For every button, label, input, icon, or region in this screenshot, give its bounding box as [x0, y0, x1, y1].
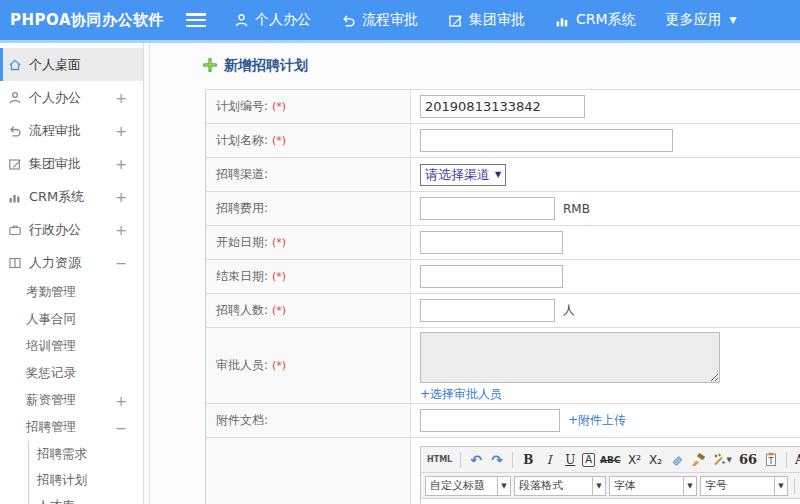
start-date-input[interactable]: [420, 231, 563, 254]
required-mark: (*): [272, 236, 286, 249]
font-color-button[interactable]: A▼: [793, 450, 800, 470]
caret-down-icon[interactable]: ▼: [774, 477, 787, 495]
nav-workflow-approval[interactable]: 流程审批: [341, 11, 418, 29]
plan-name-input[interactable]: [420, 129, 673, 152]
sidebar-item-recruit-plan[interactable]: 招聘计划: [29, 467, 143, 493]
field-label: 计划编号:: [216, 98, 268, 115]
expand-toggle[interactable]: +: [115, 156, 127, 172]
font-size-combo[interactable]: 字号 ▼: [700, 476, 788, 496]
attachment-input[interactable]: [420, 409, 560, 432]
plan-number-input[interactable]: [420, 95, 585, 118]
sidebar-item-reward-punishment[interactable]: 奖惩记录: [0, 360, 143, 387]
recruit-plan-form: 计划编号: (*) 计划名称: (*): [205, 89, 800, 504]
channel-select[interactable]: 请选择渠道 ▼: [420, 164, 506, 186]
flow-undo-icon: [341, 13, 356, 28]
sidebar-item-hr-contract[interactable]: 人事合同: [0, 306, 143, 333]
html-source-button[interactable]: HTML: [425, 450, 454, 470]
sidebar-item-attendance[interactable]: 考勤管理: [0, 279, 143, 306]
expand-toggle[interactable]: +: [115, 393, 127, 409]
expand-toggle[interactable]: +: [115, 123, 127, 139]
combo-value: 字号: [701, 478, 774, 493]
sidebar-divider: [143, 43, 150, 504]
caret-down-icon[interactable]: ▼: [497, 477, 510, 495]
redo-button[interactable]: ↷: [488, 450, 506, 470]
field-label: 招聘人数:: [216, 302, 268, 319]
sidebar-item-hr[interactable]: 人力资源 −: [0, 246, 143, 279]
sidebar-item-admin-office[interactable]: 行政办公 +: [0, 213, 143, 246]
brush-button[interactable]: [689, 450, 707, 470]
rich-text-editor: HTML ↶ ↷ B I U A ABC X²: [420, 446, 800, 504]
expand-toggle[interactable]: +: [115, 189, 127, 205]
end-date-input[interactable]: [420, 265, 563, 288]
undo-button[interactable]: ↶: [467, 450, 485, 470]
subscript-button[interactable]: X₂: [647, 450, 665, 470]
sidebar-item-label: CRM系统: [29, 188, 84, 206]
sidebar-item-group-approval[interactable]: 集团审批 +: [0, 147, 143, 180]
format-paint-button[interactable]: ▼: [710, 450, 734, 470]
sidebar-item-crm-system[interactable]: CRM系统 +: [0, 180, 143, 213]
caret-down-icon[interactable]: ▼: [592, 477, 605, 495]
sidebar-item-recruit-demand[interactable]: 招聘需求: [29, 441, 143, 467]
sidebar-item-label: 个人桌面: [29, 56, 81, 74]
recruit-fee-input[interactable]: [420, 197, 555, 220]
font-family-combo[interactable]: 字体 ▼: [609, 476, 697, 496]
sidebar-item-personal-desktop[interactable]: 个人桌面: [0, 48, 143, 81]
form-row-headcount: 招聘人数: (*) 人: [206, 294, 800, 328]
caret-down-icon[interactable]: ▼: [683, 477, 696, 495]
flow-undo-icon: [8, 124, 22, 138]
field-label: 招聘渠道:: [216, 166, 268, 183]
required-mark: (*): [272, 100, 286, 113]
custom-heading-combo[interactable]: 自定义标题 ▼: [425, 476, 511, 496]
field-label: 计划名称:: [216, 132, 268, 149]
collapse-toggle[interactable]: −: [115, 255, 127, 271]
sidebar-item-workflow-approval[interactable]: 流程审批 +: [0, 114, 143, 147]
sidebar-item-personal-office[interactable]: 个人办公 +: [0, 81, 143, 114]
attachment-upload-link[interactable]: +附件上传: [568, 412, 626, 429]
required-mark: (*): [272, 304, 286, 317]
editor-toolbar-row2: 自定义标题 ▼ 段落格式 ▼ 字体 ▼: [421, 473, 800, 499]
blockquote-button[interactable]: 66: [737, 450, 759, 470]
form-row-editor: HTML ↶ ↷ B I U A ABC X²: [206, 438, 800, 504]
sidebar-item-recruitment[interactable]: 招聘管理 −: [0, 414, 143, 441]
bar-chart-icon: [555, 13, 570, 28]
border-text-button[interactable]: A: [582, 453, 595, 467]
home-icon: [8, 58, 22, 72]
editor-content-area[interactable]: [421, 499, 800, 504]
expand-toggle[interactable]: +: [115, 222, 127, 238]
recruitment-subtree: 招聘需求 招聘计划 人才库: [28, 441, 143, 504]
superscript-button[interactable]: X²: [626, 450, 644, 470]
sidebar-item-salary[interactable]: 薪资管理 +: [0, 387, 143, 414]
eraser-button[interactable]: [668, 450, 686, 470]
strikethrough-button[interactable]: ABC: [598, 450, 622, 470]
book-icon: [8, 256, 22, 270]
bold-button[interactable]: B: [519, 450, 537, 470]
sidebar-item-talent-pool[interactable]: 人才库: [29, 493, 143, 504]
sidebar: 个人桌面 个人办公 + 流程审批 + 集团审批 + CRM系统 +: [0, 43, 143, 504]
collapse-toggle[interactable]: −: [115, 420, 127, 436]
paste-button[interactable]: T: [762, 450, 780, 470]
approvers-textarea[interactable]: [420, 332, 720, 383]
caret-down-icon: ▼: [727, 456, 732, 464]
top-nav: 个人办公 流程审批 集团审批 CRM系统 更多应用 ▼: [234, 11, 737, 29]
hamburger-icon[interactable]: [186, 13, 206, 27]
paragraph-format-combo[interactable]: 段落格式 ▼: [514, 476, 606, 496]
choose-approvers-link[interactable]: +选择审批人员: [420, 386, 502, 403]
expand-toggle[interactable]: +: [115, 90, 127, 106]
svg-text:T: T: [768, 457, 774, 466]
briefcase-icon: [8, 223, 22, 237]
sidebar-item-label: 行政办公: [29, 221, 81, 239]
nav-label: CRM系统: [576, 11, 636, 29]
nav-personal-office[interactable]: 个人办公: [234, 11, 311, 29]
underline-button[interactable]: U: [561, 450, 579, 470]
italic-button[interactable]: I: [540, 450, 558, 470]
nav-label: 个人办公: [255, 11, 311, 29]
sidebar-item-training[interactable]: 培训管理: [0, 333, 143, 360]
field-label: 结束日期:: [216, 268, 268, 285]
nav-more-apps[interactable]: 更多应用 ▼: [666, 11, 737, 29]
caret-down-icon: ▼: [730, 15, 737, 25]
nav-crm-system[interactable]: CRM系统: [555, 11, 636, 29]
headcount-input[interactable]: [420, 299, 555, 322]
nav-group-approval[interactable]: 集团审批: [448, 11, 525, 29]
required-mark: (*): [272, 359, 286, 372]
field-label: 附件文档:: [216, 412, 268, 429]
